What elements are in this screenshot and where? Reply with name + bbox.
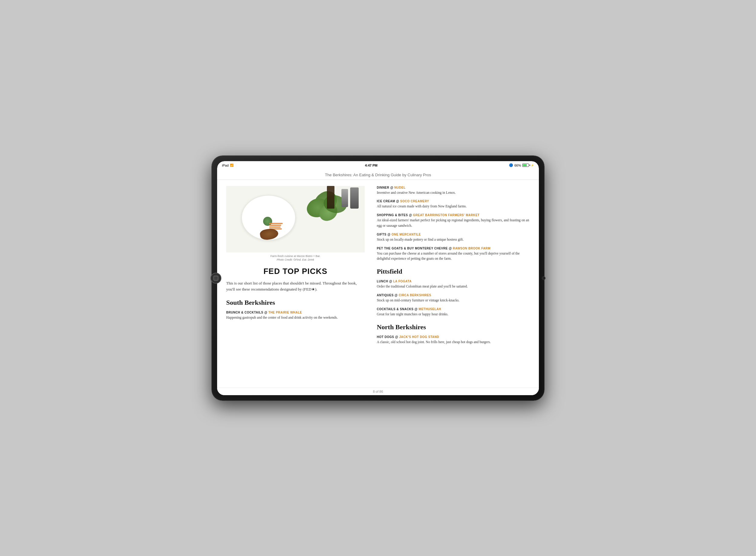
entry-label-brunch: BRUNCH & COCKTAILS @ THE PRAIRIE WHALE <box>226 311 365 314</box>
label-shopping: SHOPPING & BITES @ GREAT BARRINGTON FARM… <box>377 213 530 217</box>
drink-glass <box>327 186 335 209</box>
label-text-gifts: GIFTS @ <box>377 233 390 236</box>
entry-desc-brunch: Happening gastropub and the center of fo… <box>226 315 365 320</box>
north-berkshires-heading: North Berkshires <box>377 323 530 331</box>
ipad-screen: iPad 📶 4:47 PM 🔵 66% ⚡ The Berkshires: A… <box>217 161 539 395</box>
label-cocktails: COCKTAILS & SNACKS @ METHUSELAH <box>377 308 530 311</box>
desc-circa: Stock up on mid-century furniture or vin… <box>377 298 530 303</box>
desc-nudel: Inventive and creative New American cook… <box>377 190 530 196</box>
north-berkshires-section: North Berkshires HOT DOGS @ JACK'S HOT D… <box>377 323 530 345</box>
pittsfield-heading: Pittsfield <box>377 268 530 275</box>
south-berkshires-heading: South Berkshires <box>226 299 365 307</box>
document-title: The Berkshires: An Eating & Drinking Gui… <box>325 173 431 177</box>
prairie-whale-link[interactable]: THE PRAIRIE WHALE <box>269 311 302 314</box>
south-entry-prairie-whale: BRUNCH & COCKTAILS @ THE PRAIRIE WHALE H… <box>226 311 365 320</box>
entry-mercantile: GIFTS @ ONE MERCANTILE Stock up on local… <box>377 233 530 242</box>
content-area[interactable]: Farm-fresh cuisine at Mezze Bistro + Bar… <box>217 180 539 395</box>
battery-percent: 66% <box>514 164 521 167</box>
entry-nudel: DINNER @ NUDEL Inventive and creative Ne… <box>377 186 530 196</box>
fed-top-picks-heading: FED TOP PICKS <box>226 267 365 276</box>
methuselah-link[interactable]: METHUSELAH <box>418 308 441 311</box>
label-text-brunch: BRUNCH & COCKTAILS @ <box>226 311 267 314</box>
label-dinner: DINNER @ NUDEL <box>377 186 530 189</box>
label-text-antiques: ANTIQUES @ <box>377 293 398 297</box>
food-image <box>226 186 365 252</box>
circa-berkshires-link[interactable]: CIRCA BERKSHIRES <box>399 293 431 297</box>
carrot-strip <box>269 227 281 228</box>
nudel-link[interactable]: NUDEL <box>394 186 406 189</box>
left-column: Farm-fresh cuisine at Mezze Bistro + Bar… <box>226 186 372 382</box>
home-button[interactable] <box>210 273 221 284</box>
entry-rawson: PET THE GOATS & BUY MONTEREY CHEVRE @ RA… <box>377 247 530 262</box>
charging-icon: ⚡ <box>531 164 534 167</box>
desc-jacks: A classic, old school hot dog joint. No … <box>377 340 530 345</box>
label-text-dinner: DINNER @ <box>377 186 393 189</box>
carrots <box>269 223 283 230</box>
camera-icon <box>542 276 546 280</box>
label-icecream: ICE CREAM @ SOCO CREAMERY <box>377 200 530 203</box>
desc-methuselah: Great for late night munchies or happy h… <box>377 312 530 317</box>
ipad-label: iPad <box>222 164 229 167</box>
entry-lafogata: LUNCH @ LA FOGATA Order the traditional … <box>377 280 530 289</box>
label-antiques: ANTIQUES @ CIRCA BERKSHIRES <box>377 293 530 297</box>
label-gifts: GIFTS @ ONE MERCANTILE <box>377 233 530 236</box>
pittsfield-section: Pittsfield LUNCH @ LA FOGATA Order the t… <box>377 268 530 317</box>
status-bar: iPad 📶 4:47 PM 🔵 66% ⚡ <box>217 161 539 170</box>
battery-bar <box>522 164 529 167</box>
battery-fill <box>523 164 527 166</box>
desc-farmers-market: An ideal-sized farmers' market perfect f… <box>377 218 530 229</box>
drink-cup <box>350 187 359 209</box>
home-button-icon <box>213 276 218 281</box>
entry-farmers-market: SHOPPING & BITES @ GREAT BARRINGTON FARM… <box>377 213 530 229</box>
entry-soco: ICE CREAM @ SOCO CREAMERY All natural ic… <box>377 200 530 209</box>
page-number: 8 of 86 <box>373 390 383 393</box>
label-text-hotdogs: HOT DOGS @ <box>377 335 398 339</box>
carrot-strip <box>269 224 281 226</box>
photo-caption: Farm-fresh cuisine at Mezze Bistro + Bar… <box>226 254 365 262</box>
right-section-top: DINNER @ NUDEL Inventive and creative Ne… <box>377 186 530 262</box>
jacks-link[interactable]: JACK'S HOT DOG STAND <box>399 335 439 339</box>
label-goats: PET THE GOATS & BUY MONTEREY CHEVRE @ RA… <box>377 247 530 250</box>
right-column: DINNER @ NUDEL Inventive and creative Ne… <box>372 186 530 382</box>
status-right: 🔵 66% ⚡ <box>509 163 534 167</box>
label-text-lunch: LUNCH @ <box>377 280 392 283</box>
caption-line2: Photo Credit: ©Find. Eat. Drink <box>277 258 314 261</box>
desc-mercantile: Stock up on locally-made pottery or find… <box>377 237 530 242</box>
page-footer: 8 of 86 <box>217 388 539 395</box>
mercantile-link[interactable]: ONE MERCANTILE <box>391 233 421 236</box>
battery-indicator: ⚡ <box>522 164 534 167</box>
wifi-icon: 📶 <box>230 164 234 167</box>
clock: 4:47 PM <box>365 164 378 167</box>
page-content: Farm-fresh cuisine at Mezze Bistro + Bar… <box>217 180 539 388</box>
battery-tip <box>529 165 530 166</box>
farmers-market-link[interactable]: GREAT BARRINGTON FARMERS' MARKET <box>413 213 480 217</box>
label-text-cocktails: COCKTAILS & SNACKS @ <box>377 308 418 311</box>
label-text-icecream: ICE CREAM @ <box>377 200 399 203</box>
ipad-device: iPad 📶 4:47 PM 🔵 66% ⚡ The Berkshires: A… <box>212 156 544 401</box>
entry-methuselah: COCKTAILS & SNACKS @ METHUSELAH Great fo… <box>377 308 530 317</box>
entry-circa: ANTIQUES @ CIRCA BERKSHIRES Stock up on … <box>377 293 530 303</box>
plate-scene <box>226 186 365 252</box>
carrot-strip <box>269 223 283 224</box>
plate <box>241 195 296 240</box>
desc-rawson: You can purchase the cheese at a number … <box>377 251 530 262</box>
label-hotdogs: HOT DOGS @ JACK'S HOT DOG STAND <box>377 335 530 339</box>
rawson-link[interactable]: RAWSON BROOK FARM <box>453 247 490 250</box>
status-left: iPad 📶 <box>222 164 234 167</box>
lafogata-link[interactable]: LA FOGATA <box>393 280 412 283</box>
caption-line1: Farm-fresh cuisine at Mezze Bistro + Bar… <box>270 254 320 257</box>
label-text-goats: PET THE GOATS & BUY MONTEREY CHEVRE @ <box>377 247 452 250</box>
label-text-shopping: SHOPPING & BITES @ <box>377 213 412 217</box>
soco-link[interactable]: SOCO CREAMERY <box>400 200 429 203</box>
desc-lafogata: Order the traditional Colombian meat pla… <box>377 284 530 289</box>
document-title-bar: The Berkshires: An Eating & Drinking Gui… <box>217 170 539 180</box>
desc-soco: All natural ice cream made with dairy fr… <box>377 204 530 209</box>
entry-jacks: HOT DOGS @ JACK'S HOT DOG STAND A classi… <box>377 335 530 345</box>
drink-can <box>341 189 348 207</box>
fed-intro-text: This is our short list of those places t… <box>226 280 365 293</box>
bluetooth-icon: 🔵 <box>509 163 513 167</box>
label-lunch: LUNCH @ LA FOGATA <box>377 280 530 283</box>
